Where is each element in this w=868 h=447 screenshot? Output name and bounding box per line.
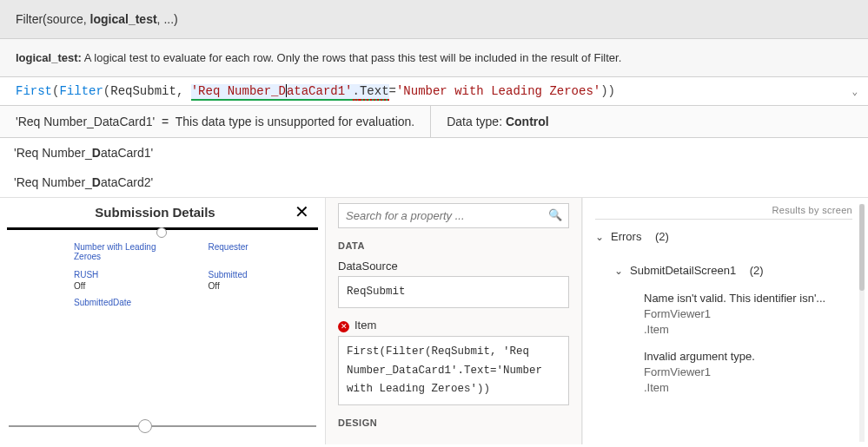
field-label: SubmittedDate (74, 298, 195, 307)
scrollbar[interactable] (859, 204, 865, 442)
eval-datatype: Data type: Control (431, 106, 564, 137)
formula-bar[interactable]: First(Filter(ReqSubmit, 'Req Number_Data… (0, 77, 868, 106)
description-label: logical_test: (16, 51, 82, 64)
error-item[interactable]: Name isn't valid. This identifier isn'..… (644, 291, 852, 339)
error-control: FormViewer1 (644, 365, 852, 380)
form-header: Submission Details ✕ (7, 198, 318, 230)
field-label: RUSH (74, 270, 174, 279)
field-value: Off (209, 281, 308, 291)
formula-eval-bar: 'Req Number_DataCard1' = This data type … (0, 106, 868, 138)
search-icon[interactable]: 🔍 (548, 208, 562, 221)
properties-panel: 🔍 DATA DataSource ReqSubmit Item First(F… (326, 198, 582, 444)
fn-filter: Filter (59, 84, 103, 98)
field-label: Submitted (209, 270, 308, 279)
errors-group-toggle[interactable]: ⌄ Errors (2) (595, 227, 852, 247)
close-icon[interactable]: ✕ (295, 201, 309, 222)
error-control: FormViewer1 (644, 306, 852, 322)
errors-subgroup-label: SubmitDetailScreen1 (630, 264, 736, 277)
errors-subgroup-count: (2) (750, 264, 764, 277)
form-fields: Number with Leading Zeroes Requester RUS… (0, 237, 325, 309)
error-property: .Item (644, 380, 852, 396)
field-row: RUSH Off Submitted Off (74, 270, 308, 291)
autocomplete-item[interactable]: 'Req Number_DataCard1' (0, 138, 868, 168)
errors-group-label: Errors (611, 230, 641, 243)
prop-datasource-label: DataSource (338, 260, 569, 273)
error-message: Invalid argument type. (644, 349, 852, 365)
fn-first: First (16, 84, 52, 98)
field-value: Off (74, 281, 174, 291)
autocomplete-list: 'Req Number_DataCard1' 'Req Number_DataC… (0, 138, 868, 197)
property-search-input[interactable] (338, 203, 569, 228)
errors-subgroup-toggle[interactable]: ⌄ SubmitDetailScreen1 (2) (614, 260, 852, 280)
eval-lhs[interactable]: 'Req Number_DataCard1' = This data type … (0, 106, 431, 137)
errors-group-count: (2) (655, 230, 669, 243)
form-title: Submission Details (16, 205, 295, 220)
field-row: Number with Leading Zeroes Requester (74, 242, 308, 263)
signature-current-arg: logical_test (90, 12, 157, 26)
signature-suffix: , ...) (157, 12, 178, 26)
error-property: .Item (644, 322, 852, 338)
section-design-label: DESIGN (338, 417, 569, 428)
section-data-label: DATA (338, 240, 569, 251)
chevron-down-icon[interactable]: ⌄ (851, 86, 858, 97)
results-header: Results by screen (595, 205, 852, 220)
prop-item-label: Item (338, 319, 569, 332)
prop-item-input[interactable]: First(Filter(ReqSubmit, 'Req Number_Data… (338, 336, 569, 405)
selection-slider[interactable] (9, 425, 316, 427)
errors-panel: Results by screen ⌄ Errors (2) ⌄ SubmitD… (582, 198, 868, 444)
property-search[interactable]: 🔍 (338, 203, 569, 228)
field-label: Number with Leading Zeroes (74, 242, 174, 261)
prop-datasource-input[interactable]: ReqSubmit (338, 276, 569, 308)
signature-prefix: Filter(source, (16, 12, 90, 26)
error-item[interactable]: Invalid argument type. FormViewer1 .Item (644, 349, 852, 397)
chevron-down-icon: ⌄ (595, 231, 606, 243)
form-canvas[interactable]: Submission Details ✕ Number with Leading… (0, 198, 326, 444)
description-text: A logical test to evaluate for each row.… (82, 51, 621, 64)
error-message: Name isn't valid. This identifier isn'..… (644, 291, 852, 306)
field-row: SubmittedDate (74, 298, 308, 309)
autocomplete-item[interactable]: 'Req Number_DataCard2' (0, 168, 868, 197)
field-label: Requester (209, 242, 308, 252)
chevron-down-icon: ⌄ (614, 265, 625, 277)
scrollbar-thumb[interactable] (859, 204, 865, 291)
formula-signature-bar: Filter(source, logical_test, ...) (0, 0, 868, 39)
main-layout: Submission Details ✕ Number with Leading… (0, 197, 868, 444)
formula-description-bar: logical_test: A logical test to evaluate… (0, 39, 868, 77)
